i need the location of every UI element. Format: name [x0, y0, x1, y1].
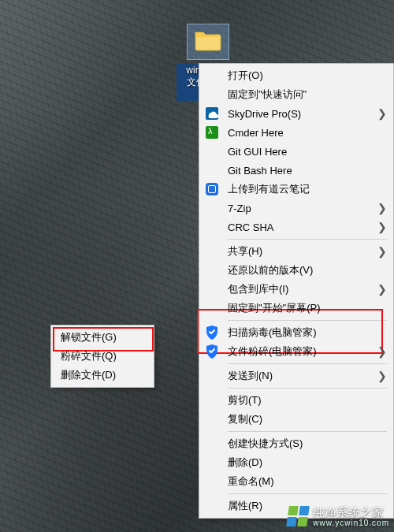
menu-item-label: 7-Zip	[228, 203, 377, 214]
menu-item[interactable]: 固定到"快速访问"	[199, 85, 393, 104]
blank-icon	[204, 87, 220, 102]
submenu-arrow-icon: ❯	[377, 245, 387, 258]
context-menu: 打开(O)固定到"快速访问"SkyDrive Pro(S)❯Cmder Here…	[199, 63, 394, 519]
submenu-item[interactable]: 粉碎文件(Q)	[51, 347, 154, 366]
menu-item-label: 扫描病毒(电脑管家)	[228, 326, 377, 340]
menu-item[interactable]: Git GUI Here	[199, 142, 393, 161]
menu-item-label: 固定到"开始"屏幕(P)	[228, 301, 377, 315]
menu-item[interactable]: 扫描病毒(电脑管家)	[199, 323, 393, 342]
blank-icon	[204, 262, 220, 278]
menu-item[interactable]: 打开(O)	[199, 66, 393, 85]
blank-icon	[204, 281, 220, 297]
blank-icon	[204, 436, 220, 452]
menu-item[interactable]: 包含到库中(I)❯	[199, 280, 393, 299]
context-submenu: 解锁文件(G)粉碎文件(Q)删除文件(D)	[50, 325, 154, 388]
watermark: 纯净系统之家 www.ycwin10.com	[288, 506, 389, 528]
blank-icon	[204, 474, 220, 489]
blank-icon	[204, 300, 220, 316]
menu-item-label: 共享(H)	[228, 244, 377, 259]
blank-icon	[204, 244, 220, 259]
blank-icon	[204, 411, 220, 427]
menu-separator	[228, 431, 387, 432]
menu-item-label: 删除(D)	[228, 456, 377, 470]
watermark-title: 纯净系统之家	[313, 505, 384, 519]
menu-item[interactable]: 共享(H)❯	[199, 242, 393, 261]
submenu-arrow-icon: ❯	[377, 370, 387, 382]
menu-separator	[228, 363, 387, 364]
menu-separator	[228, 239, 387, 240]
blank-icon	[204, 392, 220, 408]
menu-item[interactable]: 剪切(T)	[199, 391, 393, 410]
menu-item-label: 重命名(M)	[228, 474, 377, 489]
menu-item[interactable]: Cmder Here	[199, 123, 393, 142]
submenu-arrow-icon: ❯	[377, 345, 387, 358]
submenu-item-label: 解锁文件(G)	[61, 330, 147, 344]
shield-icon	[204, 344, 220, 359]
menu-item[interactable]: 发送到(N)❯	[199, 366, 393, 385]
menu-item[interactable]: 删除(D)	[199, 453, 393, 472]
blank-icon	[204, 455, 220, 471]
menu-item-label: 包含到库中(I)	[228, 282, 377, 296]
menu-item-label: 剪切(T)	[228, 393, 377, 407]
skydrive-icon	[204, 106, 220, 121]
menu-item[interactable]: SkyDrive Pro(S)❯	[199, 104, 393, 123]
submenu-item-label: 删除文件(D)	[61, 368, 147, 382]
menu-item-label: 上传到有道云笔记	[228, 182, 377, 196]
folder-icon	[187, 24, 229, 60]
menu-separator	[228, 388, 387, 389]
blank-icon	[204, 219, 220, 235]
shield-icon	[204, 325, 220, 340]
watermark-logo-icon	[286, 506, 310, 526]
menu-item[interactable]: 上传到有道云笔记	[199, 180, 393, 199]
menu-item-label: SkyDrive Pro(S)	[228, 108, 377, 120]
menu-item-label: CRC SHA	[228, 221, 377, 233]
menu-item-label: 文件粉碎(电脑管家)	[228, 344, 377, 359]
menu-item-label: 发送到(N)	[228, 369, 377, 383]
blank-icon	[204, 143, 220, 159]
menu-item-label: 还原以前的版本(V)	[228, 263, 377, 277]
menu-item[interactable]: 固定到"开始"屏幕(P)	[199, 299, 393, 318]
submenu-arrow-icon: ❯	[377, 221, 387, 233]
blank-icon	[204, 162, 220, 178]
menu-item-label: 打开(O)	[228, 69, 377, 83]
blank-icon	[204, 68, 220, 84]
menu-item[interactable]: 7-Zip❯	[199, 199, 393, 218]
blank-icon	[204, 498, 220, 514]
menu-separator	[228, 320, 387, 321]
submenu-arrow-icon: ❯	[377, 283, 387, 296]
menu-item[interactable]: CRC SHA❯	[199, 218, 393, 236]
menu-item[interactable]: Git Bash Here	[199, 161, 393, 180]
watermark-url: www.ycwin10.com	[313, 519, 389, 527]
menu-item[interactable]: 重命名(M)	[199, 472, 393, 491]
menu-item-label: 创建快捷方式(S)	[228, 437, 377, 451]
menu-item-label: Git Bash Here	[228, 165, 377, 177]
menu-item-label: 复制(C)	[228, 412, 377, 426]
submenu-arrow-icon: ❯	[377, 107, 387, 120]
submenu-item-label: 粉碎文件(Q)	[61, 349, 147, 363]
submenu-item[interactable]: 解锁文件(G)	[51, 328, 154, 347]
blank-icon	[204, 368, 220, 384]
menu-item[interactable]: 还原以前的版本(V)	[199, 261, 393, 280]
youdao-icon	[204, 181, 220, 197]
menu-separator	[228, 493, 387, 494]
cmder-icon	[204, 125, 220, 140]
menu-item[interactable]: 复制(C)	[199, 410, 393, 429]
menu-item-label: Git GUI Here	[228, 146, 377, 158]
menu-item[interactable]: 创建快捷方式(S)	[199, 434, 393, 453]
submenu-item[interactable]: 删除文件(D)	[51, 366, 154, 385]
menu-item[interactable]: 文件粉碎(电脑管家)❯	[199, 342, 393, 361]
menu-item-label: Cmder Here	[228, 127, 377, 139]
submenu-arrow-icon: ❯	[377, 202, 387, 214]
menu-item-label: 固定到"快速访问"	[228, 87, 377, 102]
blank-icon	[204, 200, 220, 216]
